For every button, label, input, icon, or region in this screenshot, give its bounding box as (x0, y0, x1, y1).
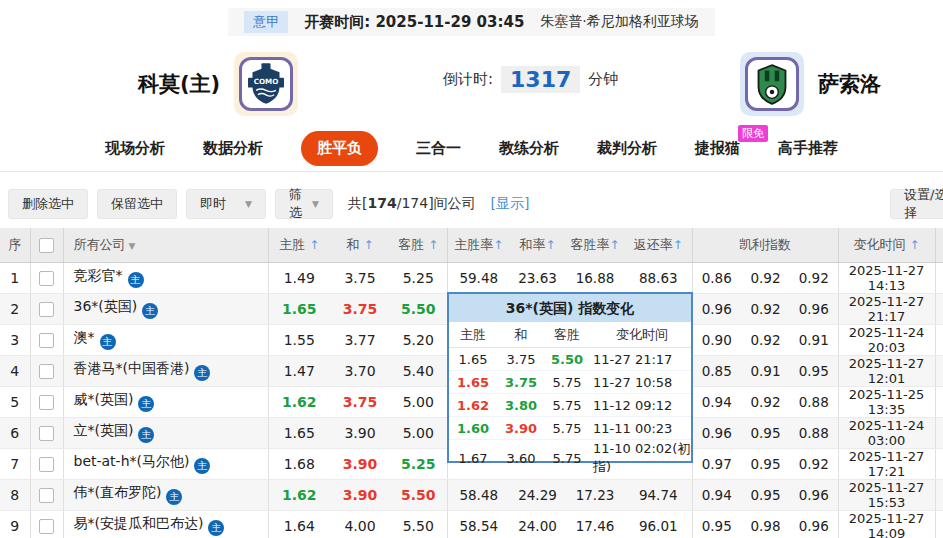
filter-dropdown[interactable]: 筛选▼ (275, 189, 333, 219)
return-rate-cell: 96.01 (625, 510, 692, 538)
tab-win-draw-lose[interactable]: 胜平负 (301, 131, 378, 166)
row-select-cell[interactable] (30, 417, 63, 448)
table-header-row: 序 所有公司▼ 主胜 ↑ 和 ↑ 客胜 ↑ 主胜率↑ 和率↑ 客胜率↑ 返还率↑… (0, 228, 943, 262)
company-cell[interactable]: bet-at-h*(马尔他)主 (63, 448, 268, 479)
tab-three-in-one[interactable]: 三合一 (416, 139, 461, 158)
odds-draw-cell[interactable]: 3.90 (330, 448, 390, 479)
history-draw-odds: 3.60 (497, 451, 545, 466)
row-checkbox[interactable] (39, 333, 54, 348)
keep-selected-button[interactable]: 保留选中 (97, 189, 177, 219)
home-rate-cell: 58.48 (447, 479, 510, 510)
odds-draw-cell[interactable]: 3.75 (330, 262, 390, 293)
odds-home-cell[interactable]: 1.55 (268, 324, 330, 355)
row-checkbox[interactable] (39, 426, 54, 441)
row-checkbox[interactable] (39, 519, 54, 534)
header-away-odds[interactable]: 客胜 ↑ (390, 228, 447, 262)
odds-away-cell[interactable]: 5.00 (390, 386, 447, 417)
odds-home-cell[interactable]: 1.49 (268, 262, 330, 293)
header-select-all[interactable] (30, 228, 63, 262)
row-select-cell[interactable] (30, 293, 63, 324)
odds-mode-dropdown[interactable]: 即时▼ (186, 189, 266, 219)
header-away-rate[interactable]: 客胜率↑ (565, 228, 625, 262)
company-cell[interactable]: 立*(英国)主 (63, 417, 268, 448)
match-header: 科莫(主) COMO 倒计时: 1317 分钟 (0, 36, 943, 126)
tab-jiebao-cat[interactable]: 捷报猫限免 (695, 139, 740, 158)
delete-selected-button[interactable]: 删除选中 (8, 189, 88, 219)
odds-draw-cell[interactable]: 3.77 (330, 324, 390, 355)
kelly-draw-cell: 0.91 (741, 355, 790, 386)
odds-draw-cell[interactable]: 4.00 (330, 510, 390, 538)
history-row: 1.65 3.75 5.75 11-27 10:58 (449, 371, 691, 394)
row-checkbox[interactable] (39, 302, 54, 317)
row-select-cell[interactable] (30, 510, 63, 538)
header-change-time[interactable]: 变化时间 ↑ (838, 228, 935, 262)
odds-draw-cell[interactable]: 3.75 (330, 293, 390, 324)
header-home-rate[interactable]: 主胜率↑ (447, 228, 510, 262)
row-checkbox[interactable] (39, 395, 54, 410)
history-home-odds: 1.67 (449, 451, 497, 466)
company-cell[interactable]: 伟*(直布罗陀)主 (63, 479, 268, 510)
settings-select-button[interactable]: 设置/选择 (890, 189, 943, 219)
tab-live-analysis[interactable]: 现场分析 (105, 139, 165, 158)
kelly-home-cell: 0.96 (692, 293, 741, 324)
odds-draw-cell[interactable]: 3.90 (330, 479, 390, 510)
row-seq: 8 (0, 479, 30, 510)
tab-coach-analysis[interactable]: 教练分析 (499, 139, 559, 158)
header-return-rate[interactable]: 返还率↑ (625, 228, 692, 262)
header-draw-rate[interactable]: 和率↑ (510, 228, 565, 262)
row-select-cell[interactable] (30, 262, 63, 293)
spacer-cell (935, 293, 943, 324)
company-cell[interactable]: 竞彩官*主 (63, 262, 268, 293)
row-select-cell[interactable] (30, 386, 63, 417)
select-all-checkbox[interactable] (39, 238, 54, 253)
company-cell[interactable]: 易*(安提瓜和巴布达)主 (63, 510, 268, 538)
odds-draw-cell[interactable]: 3.75 (330, 386, 390, 417)
header-home-odds[interactable]: 主胜 ↑ (268, 228, 330, 262)
row-seq: 4 (0, 355, 30, 386)
row-select-cell[interactable] (30, 479, 63, 510)
company-cell[interactable]: 香港马*(中国香港)主 (63, 355, 268, 386)
popup-header-time: 变化时间 (589, 326, 691, 344)
odds-away-cell[interactable]: 5.40 (390, 355, 447, 386)
row-select-cell[interactable] (30, 355, 63, 386)
table-row: 8 伟*(直布罗陀)主 1.62 3.90 5.50 58.48 24.29 1… (0, 479, 943, 510)
row-checkbox[interactable] (39, 457, 54, 472)
away-team-name: 萨索洛 (818, 70, 881, 98)
company-cell[interactable]: 澳*主 (63, 324, 268, 355)
odds-away-cell[interactable]: 5.20 (390, 324, 447, 355)
kelly-draw-cell: 0.95 (741, 479, 790, 510)
odds-draw-cell[interactable]: 3.90 (330, 417, 390, 448)
odds-draw-cell[interactable]: 3.70 (330, 355, 390, 386)
header-draw-odds[interactable]: 和 ↑ (330, 228, 390, 262)
odds-away-cell[interactable]: 5.25 (390, 262, 447, 293)
company-cell[interactable]: 36*(英国)主 (63, 293, 268, 324)
odds-home-cell[interactable]: 1.68 (268, 448, 330, 479)
odds-home-cell[interactable]: 1.65 (268, 293, 330, 324)
odds-home-cell[interactable]: 1.62 (268, 386, 330, 417)
filter-label: 筛选 (289, 186, 306, 222)
limited-free-badge: 限免 (738, 125, 768, 142)
show-link[interactable]: [显示] (491, 195, 530, 213)
odds-away-cell[interactable]: 5.50 (390, 293, 447, 324)
odds-home-cell[interactable]: 1.62 (268, 479, 330, 510)
tab-data-analysis[interactable]: 数据分析 (203, 139, 263, 158)
history-away-odds: 5.75 (545, 398, 589, 413)
row-select-cell[interactable] (30, 324, 63, 355)
header-company[interactable]: 所有公司▼ (63, 228, 268, 262)
odds-away-cell[interactable]: 5.50 (390, 479, 447, 510)
row-checkbox[interactable] (39, 271, 54, 286)
odds-away-cell[interactable]: 5.00 (390, 417, 447, 448)
row-seq: 9 (0, 510, 30, 538)
odds-home-cell[interactable]: 1.65 (268, 417, 330, 448)
odds-home-cell[interactable]: 1.47 (268, 355, 330, 386)
odds-away-cell[interactable]: 5.50 (390, 510, 447, 538)
company-cell[interactable]: 威*(英国)主 (63, 386, 268, 417)
row-select-cell[interactable] (30, 448, 63, 479)
odds-home-cell[interactable]: 1.64 (268, 510, 330, 538)
row-checkbox[interactable] (39, 364, 54, 379)
countdown: 倒计时: 1317 分钟 (443, 66, 618, 93)
row-checkbox[interactable] (39, 488, 54, 503)
tab-referee-analysis[interactable]: 裁判分析 (597, 139, 657, 158)
tab-expert-picks[interactable]: 高手推荐 (778, 139, 838, 158)
odds-away-cell[interactable]: 5.25 (390, 448, 447, 479)
